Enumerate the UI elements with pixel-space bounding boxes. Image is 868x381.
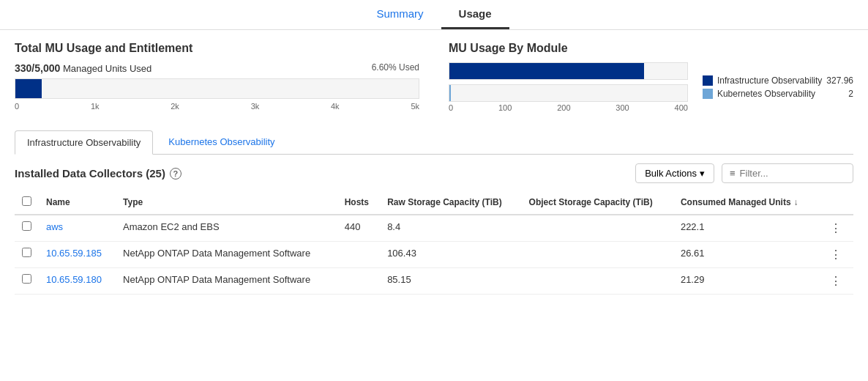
row-1-obj-storage [522, 215, 673, 242]
row-checkbox-3 [15, 268, 39, 295]
mu-by-module-chart: MU Usage By Module 0 100 200 300 400 [449, 42, 853, 112]
data-table: Name Type Hosts Raw Storage Capacity (Ti… [15, 190, 853, 295]
row-2-obj-storage [522, 242, 673, 268]
mu-bar-fill [15, 79, 42, 98]
sub-tabs: Infrastructure Observability Kubernetes … [15, 130, 853, 155]
th-raw-storage: Raw Storage Capacity (TiB) [380, 190, 521, 215]
total-mu-chart: Total MU Usage and Entitlement 330/5,000… [15, 42, 419, 112]
th-name: Name [39, 190, 116, 215]
row-checkbox-2 [15, 242, 39, 268]
legend-color-infra [703, 75, 713, 86]
row-3-checkbox[interactable] [22, 274, 31, 284]
row-1-raw-storage: 8.4 [380, 215, 521, 242]
module-legend: Infrastructure Observability 327.96 Kube… [703, 75, 853, 99]
mu-summary: 330/5,000 Managed Units Used 6.60% Used [15, 62, 419, 74]
row-2-consumed: 26.61 [673, 242, 818, 268]
section-title: Installed Data Collectors (25) ? [15, 167, 182, 180]
row-3-more-icon[interactable]: ⋮ [826, 273, 846, 289]
row-1-more-icon[interactable]: ⋮ [826, 221, 846, 236]
row-1-checkbox[interactable] [22, 221, 31, 231]
row-1-name-link[interactable]: aws [46, 221, 63, 232]
th-hosts: Hosts [337, 190, 380, 215]
row-2-actions: ⋮ [818, 242, 853, 268]
help-icon[interactable]: ? [170, 168, 182, 180]
row-3-name-link[interactable]: 10.65.59.180 [46, 274, 102, 285]
mu-module-title: MU Usage By Module [449, 42, 853, 55]
sub-tab-infra[interactable]: Infrastructure Observability [15, 130, 153, 155]
legend-infra: Infrastructure Observability 327.96 [703, 75, 853, 86]
row-3-consumed: 21.29 [673, 268, 818, 295]
table-body: aws Amazon EC2 and EBS 440 8.4 222.1 ⋮ 1… [15, 215, 853, 295]
mu-bar-container [15, 78, 419, 99]
chevron-down-icon: ▾ [700, 168, 705, 179]
bar-right-container: 0 100 200 300 400 Infrastructure Observa… [449, 62, 853, 112]
select-all-checkbox[interactable] [22, 196, 31, 206]
row-2-more-icon[interactable]: ⋮ [826, 247, 846, 262]
th-actions [818, 190, 853, 215]
legend-label-infra: Infrastructure Observability [717, 75, 822, 86]
row-1-hosts: 440 [337, 215, 380, 242]
section-title-text: Installed Data Collectors (25) [15, 167, 165, 180]
row-2-name: 10.65.59.185 [39, 242, 116, 268]
row-3-hosts [337, 268, 380, 295]
bulk-actions-button[interactable]: Bulk Actions ▾ [635, 163, 714, 183]
th-checkbox [15, 190, 39, 215]
infra-bar-fill [449, 63, 644, 79]
table-row: aws Amazon EC2 and EBS 440 8.4 222.1 ⋮ [15, 215, 853, 242]
row-2-name-link[interactable]: 10.65.59.185 [46, 248, 102, 259]
mu-bar-labels: 0 1k 2k 3k 4k 5k [15, 102, 419, 111]
row-3-obj-storage [522, 268, 673, 295]
legend-k8s: Kubernetes Observability 2 [703, 89, 853, 99]
table-wrapper: Name Type Hosts Raw Storage Capacity (Ti… [15, 190, 853, 295]
row-2-raw-storage: 106.43 [380, 242, 521, 268]
bar-right-bars: 0 100 200 300 400 [449, 62, 688, 112]
table-row: 10.65.59.180 NetApp ONTAP Data Managemen… [15, 268, 853, 295]
charts-row: Total MU Usage and Entitlement 330/5,000… [15, 42, 853, 112]
row-3-name: 10.65.59.180 [39, 268, 116, 295]
k8s-bar-fill [449, 85, 451, 101]
legend-label-k8s: Kubernetes Observability [717, 89, 844, 99]
sub-tab-k8s[interactable]: Kubernetes Observability [156, 130, 287, 154]
th-consumed[interactable]: Consumed Managed Units ↓ [673, 190, 818, 215]
bar-right-x-labels: 0 100 200 300 400 [449, 103, 688, 112]
tab-usage[interactable]: Usage [441, 0, 509, 29]
main-content: Total MU Usage and Entitlement 330/5,000… [0, 30, 868, 295]
row-2-type: NetApp ONTAP Data Management Software [116, 242, 337, 268]
top-tabs: Summary Usage [0, 0, 868, 30]
row-checkbox-1 [15, 215, 39, 242]
tab-summary[interactable]: Summary [359, 0, 441, 29]
filter-input-container: ≡ [722, 163, 853, 183]
row-1-type: Amazon EC2 and EBS [116, 215, 337, 242]
section-header: Installed Data Collectors (25) ? Bulk Ac… [15, 163, 853, 183]
bulk-actions-label: Bulk Actions [645, 168, 697, 179]
legend-value-infra: 327.96 [826, 75, 853, 86]
row-1-name: aws [39, 215, 116, 242]
sort-icon: ↓ [794, 197, 798, 207]
total-mu-title: Total MU Usage and Entitlement [15, 42, 419, 55]
mu-percent: 6.60% Used [372, 62, 419, 73]
legend-color-k8s [703, 89, 713, 99]
th-consumed-label: Consumed Managed Units [681, 197, 791, 207]
mu-values: 330/5,000 [15, 62, 60, 74]
table-header-row: Name Type Hosts Raw Storage Capacity (Ti… [15, 190, 853, 215]
row-3-raw-storage: 85.15 [380, 268, 521, 295]
table-row: 10.65.59.185 NetApp ONTAP Data Managemen… [15, 242, 853, 268]
row-1-actions: ⋮ [818, 215, 853, 242]
row-3-actions: ⋮ [818, 268, 853, 295]
row-2-hosts [337, 242, 380, 268]
k8s-bar-outer [449, 84, 688, 102]
infra-bar-outer [449, 62, 688, 80]
row-3-type: NetApp ONTAP Data Management Software [116, 268, 337, 295]
legend-value-k8s: 2 [848, 89, 853, 99]
filter-icon: ≡ [730, 168, 736, 179]
th-obj-storage: Object Storage Capacity (TiB) [522, 190, 673, 215]
row-2-checkbox[interactable] [22, 248, 31, 257]
actions-row: Bulk Actions ▾ ≡ [635, 163, 853, 183]
row-1-consumed: 222.1 [673, 215, 818, 242]
filter-input[interactable] [740, 168, 835, 179]
mu-label: Managed Units Used [63, 63, 151, 74]
th-type: Type [116, 190, 337, 215]
